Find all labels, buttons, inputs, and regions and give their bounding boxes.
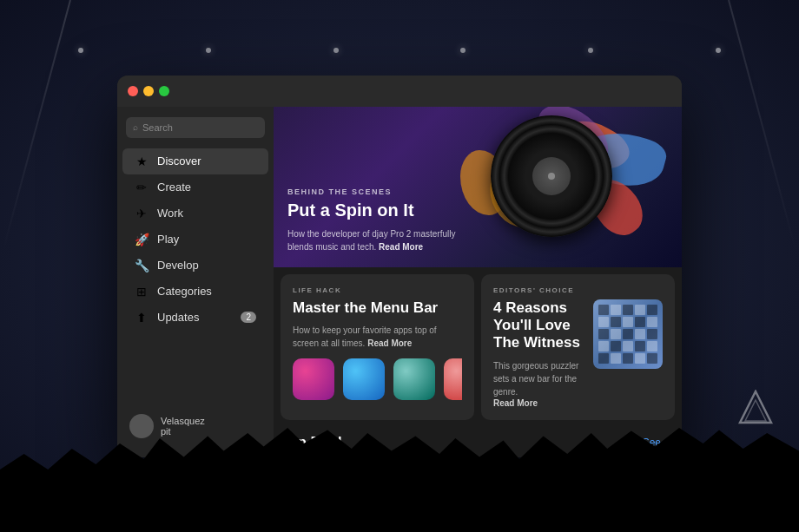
card-2-text: 4 Reasons You'll Love The Witness This g… [493,299,583,408]
updates-icon: ⬆ [135,311,149,325]
close-button[interactable] [128,86,138,96]
sidebar-item-create[interactable]: ✏ Create [122,174,268,200]
sidebar: ⌕ Search ★ Discover ✏ Create ✈ Work 🚀 [117,107,274,457]
svg-marker-0 [740,391,771,423]
card-2-description: This gorgeous puzzler sets a new bar for… [493,359,583,398]
hero-title: Put a Spin on It [287,200,461,220]
card-2-content: 4 Reasons You'll Love The Witness This g… [493,299,663,408]
window-body: ⌕ Search ★ Discover ✏ Create ✈ Work 🚀 [117,107,682,457]
hero-banner: BEHIND THE SCENES Put a Spin on It How t… [274,107,682,267]
sidebar-item-label: Develop [157,259,199,272]
categories-icon: ⊞ [135,285,149,299]
search-icon: ⌕ [133,122,138,132]
card-2-image [593,299,663,369]
card-life-hack[interactable]: LIFE HACK Master the Menu Bar How to kee… [281,274,474,420]
card-2-read-more[interactable]: Read More [493,398,583,408]
hero-text: BEHIND THE SCENES Put a Spin on It How t… [287,187,461,253]
app-icon-4 [444,358,462,400]
sidebar-item-play[interactable]: 🚀 Play [122,227,268,253]
maximize-button[interactable] [159,86,169,96]
create-icon: ✏ [135,181,149,194]
avatar [129,414,154,438]
user-name: Velasquez pit [161,416,205,437]
develop-icon: 🔧 [135,259,149,273]
verge-logo [738,390,773,428]
stage-light [333,48,339,53]
main-content: BEHIND THE SCENES Put a Spin on It How t… [274,107,682,457]
stage-light [460,48,466,53]
minimize-button[interactable] [143,86,154,96]
card-2-eyebrow: EDITORS' CHOICE [493,286,663,294]
svg-marker-1 [745,400,766,421]
mac-app-store-window: ⌕ Search ★ Discover ✏ Create ✈ Work 🚀 [117,76,682,457]
stage-lights [0,48,799,53]
sidebar-item-label: Categories [157,285,212,298]
sidebar-item-label: Discover [157,154,201,167]
sidebar-item-work[interactable]: ✈ Work [122,200,268,227]
sidebar-item-discover[interactable]: ★ Discover [122,148,268,174]
stage-light [78,48,83,53]
traffic-lights [128,86,169,96]
search-bar[interactable]: ⌕ Search [126,117,265,138]
app-icons [293,358,462,400]
sidebar-item-label: Work [157,207,183,220]
spotlight-right [728,0,797,252]
card-editors-choice[interactable]: EDITORS' CHOICE 4 Reasons You'll Love Th… [481,274,675,420]
app-icon-1 [293,358,334,400]
hero-description: How the developer of djay Pro 2 masterfu… [287,227,461,253]
play-icon: 🚀 [135,233,149,246]
sidebar-item-label: Updates [157,311,199,324]
sidebar-item-label: Play [157,233,179,246]
work-icon: ✈ [135,207,149,220]
hero-read-more[interactable]: Read More [379,242,423,252]
cards-row: LIFE HACK Master the Menu Bar How to kee… [274,267,682,427]
sidebar-item-categories[interactable]: ⊞ Categories [122,279,268,305]
card-1-description: How to keep your favorite apps top of sc… [293,324,462,350]
stage-light [716,48,721,53]
app-icon-3 [393,358,435,400]
user-subtitle: pit [161,426,205,437]
user-display-name: Velasquez [161,416,205,426]
sidebar-item-develop[interactable]: 🔧 Develop [122,253,268,279]
vinyl-center [548,173,555,180]
stage-light [206,48,211,53]
hero-eyebrow: BEHIND THE SCENES [287,187,461,196]
discover-icon: ★ [135,154,149,168]
card-1-read-more[interactable]: Read More [367,338,412,348]
vinyl-record [491,115,612,237]
witness-grid [598,305,657,364]
sidebar-item-label: Create [157,181,191,194]
app-icon-2 [343,358,385,400]
stage-light [588,48,593,53]
search-placeholder: Search [142,122,173,133]
spotlight-left [2,0,71,252]
card-1-title: Master the Menu Bar [293,299,462,317]
stage-background: ⌕ Search ★ Discover ✏ Create ✈ Work 🚀 [0,0,799,532]
titlebar [117,76,682,107]
sidebar-item-updates[interactable]: ⬆ Updates 2 [122,305,268,331]
card-2-title: 4 Reasons You'll Love The Witness [493,299,583,352]
card-1-eyebrow: LIFE HACK [293,286,462,294]
updates-badge: 2 [241,312,256,323]
